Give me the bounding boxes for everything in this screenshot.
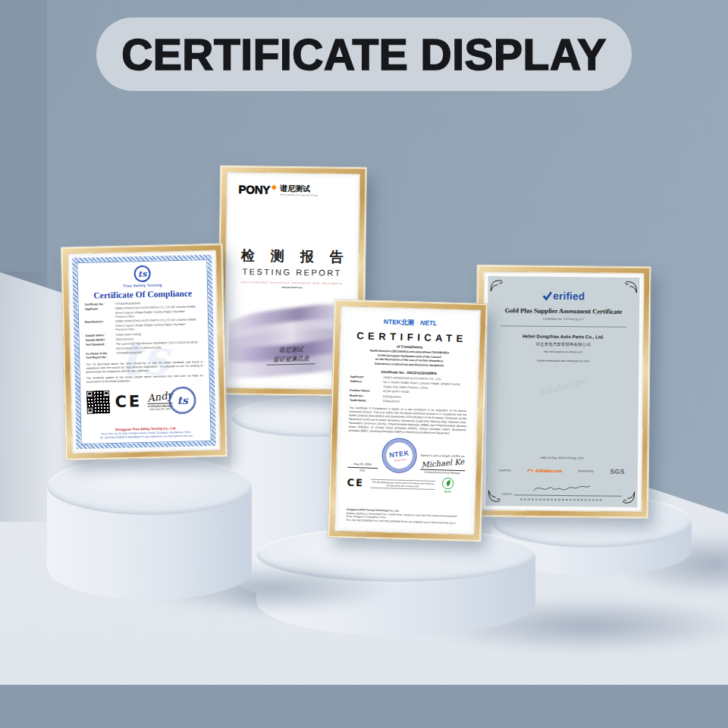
- corner-flourish-icon: [488, 490, 501, 504]
- issue-date: Date May 28, 2024: [149, 407, 171, 411]
- assessment-certificate-title: Gold Plus Supplier Assessment Certificat…: [505, 306, 623, 315]
- gold-frame: Alibaba.com erified Gold Plus Supplier A…: [475, 265, 650, 518]
- qr-code-icon: [86, 391, 110, 414]
- certificate-ntek-rohs: NTEK北测 NETL CERTIFICATE of Compliance Ro…: [328, 300, 488, 541]
- signer-title: (Richard Ke)Technical Manager: [420, 469, 466, 475]
- frame-mat: ts ts True Safety Testing Certificate Of…: [67, 250, 221, 453]
- org-name: True Safety Testing: [84, 282, 201, 288]
- pony-website: www.ponytest.com: [230, 284, 354, 289]
- company-name-en: Hebei Dongzhao Auto Parts Co., Ltd.: [522, 333, 604, 339]
- alibaba-mark-icon: [527, 468, 534, 473]
- ce-note: The CE Marking may only be used if all r…: [371, 479, 435, 489]
- compliance-paragraph: The TS described above has been tested b…: [86, 360, 202, 375]
- field-row: As shown in the Test Report No.:TVF2024H…: [86, 350, 202, 360]
- page-title: CERTIFICATE DISPLAY: [121, 30, 607, 80]
- ce-mark-icon: CE: [347, 477, 364, 489]
- pony-logo: PONY: [239, 184, 271, 196]
- ntek-stamp-icon: NTEK Report Seal: [380, 437, 419, 475]
- pony-orange-accent-icon: [271, 185, 277, 190]
- true-safety-logo-icon: ts: [133, 265, 150, 282]
- corner-flourish-icon: [623, 280, 637, 293]
- pony-logo-subtitle: Pony Testing International Group: [280, 193, 318, 197]
- certificate-title: Certificate Of Compliance: [84, 288, 201, 300]
- signature-label: Signature: [501, 492, 512, 495]
- signature-block: Signature: [495, 479, 629, 501]
- wall-left-panel: [0, 0, 47, 287]
- gold-frame: NTEK北测 NETL CERTIFICATE of Compliance Ro…: [328, 300, 488, 541]
- title-banner: CERTIFICATE DISPLAY: [96, 17, 632, 91]
- frame-mat: NTEK北测 NETL CERTIFICATE of Compliance Ro…: [334, 306, 481, 535]
- gold-frame: ts ts True Safety Testing Certificate Of…: [61, 244, 227, 460]
- sgs-logo: SGS: [610, 468, 625, 475]
- ntek-paper: NTEK北测 NETL CERTIFICATE of Compliance Ro…: [339, 311, 476, 531]
- validity-dates: Valid: 02 Aug, 2025 to 01 Aug, 2026: [541, 457, 584, 460]
- alibaba-watermark: Alibaba.com: [488, 362, 637, 412]
- scope-paragraph: The certificate applies to the tested sa…: [86, 374, 203, 384]
- check-icon: [542, 291, 552, 301]
- testing-report-title-en: TESTING REPORT: [230, 267, 354, 278]
- certification-number: Certification No.: 474741629_P+T: [543, 318, 584, 322]
- company-name-cn: 河北东兆汽车零部件有限公司: [535, 342, 591, 349]
- signature-line: [514, 494, 622, 496]
- testing-report-title-cn: 检 测 报 告: [230, 246, 354, 266]
- ntek-logo: NTEK北测: [384, 318, 414, 328]
- verified-logo: erified: [542, 290, 585, 303]
- assessment-note: Onsite assessment was conducted by SGS: [537, 359, 589, 363]
- certificate-verified-gold-plus: Alibaba.com erified Gold Plus Supplier A…: [475, 265, 650, 518]
- manager-signature: Michael Ke: [421, 458, 465, 469]
- ntek-logo-row: NTEK北测 NETL: [351, 317, 469, 329]
- corner-flourish-icon: [490, 278, 504, 292]
- pony-logo-chinese: 谱尼测试: [280, 184, 318, 193]
- alibaba-logo: Alibaba.com: [527, 468, 562, 473]
- rohs-leaf-icon: RoHS: [441, 478, 454, 494]
- date-label: Date: [347, 467, 378, 472]
- fine-print-line: [520, 498, 603, 500]
- issue-date: May 26, 2025: [347, 463, 378, 466]
- certificate-display-scene: PONY 谱尼测试 Pony Testing International Gro…: [0, 0, 728, 728]
- corner-flourish-icon: [621, 491, 635, 505]
- netl-logo: NETL: [420, 318, 437, 327]
- company-url: http://qhdongzhao.en.alibaba.com: [544, 350, 582, 354]
- assessed-by-label: Assessed by:: [578, 469, 594, 472]
- certificate-true-safety: ts ts True Safety Testing Certificate Of…: [61, 244, 227, 460]
- true-safety-stamp-icon: ts: [169, 386, 197, 414]
- ce-mark-icon: CE: [115, 392, 142, 411]
- true-safety-paper: ts ts True Safety Testing Certificate Of…: [72, 255, 216, 449]
- verified-paper: Alibaba.com erified Gold Plus Supplier A…: [485, 276, 639, 507]
- podium-left-top: [47, 457, 252, 515]
- frame-mat: Alibaba.com erified Gold Plus Supplier A…: [481, 271, 644, 512]
- floor-front-edge: [0, 685, 728, 728]
- issued-by-label: Issued by:: [499, 469, 511, 472]
- divider: [500, 325, 626, 328]
- certificate-title: CERTIFICATE: [351, 330, 469, 344]
- pony-logo-row: PONY 谱尼测试 Pony Testing International Gro…: [239, 184, 350, 197]
- compliance-paragraph: The Certificate of Compliance is based o…: [349, 406, 467, 437]
